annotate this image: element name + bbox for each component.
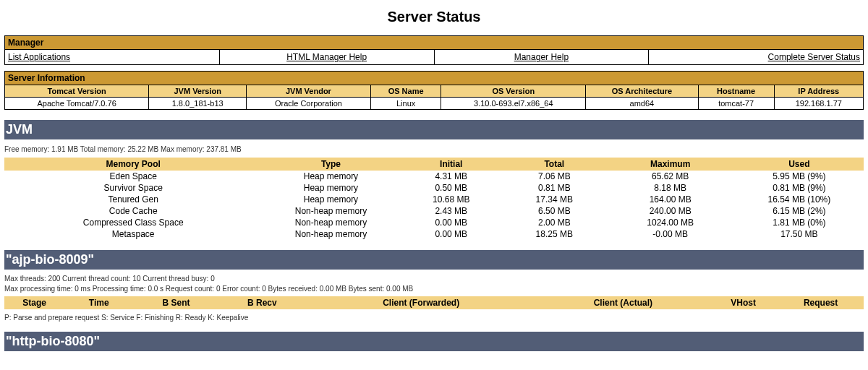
manager-title: Manager [5, 36, 864, 50]
conn-col-request: Request [778, 296, 864, 309]
mem-cell-pool: Tenured Gen [4, 194, 262, 205]
conn-col-vhost: VHost [709, 296, 778, 309]
mem-cell-total: 6.50 MB [503, 205, 606, 217]
col-os-version: OS Version [441, 85, 586, 98]
mem-cell-used: 0.81 MB (9%) [735, 182, 864, 194]
list-applications-link[interactable]: List Applications [8, 52, 70, 62]
mem-cell-pool: Eden Space [4, 171, 262, 182]
mem-cell-max: 240.00 MB [606, 205, 735, 217]
col-os-name: OS Name [370, 85, 441, 98]
conn-col-client-fwd: Client (Forwarded) [305, 296, 537, 309]
mem-cell-max: 65.62 MB [606, 171, 735, 182]
mem-cell-type: Heap memory [262, 182, 399, 194]
mem-cell-pool: Code Cache [4, 205, 262, 217]
mem-cell-initial: 4.31 MB [399, 171, 503, 182]
val-tomcat-version: Apache Tomcat/7.0.76 [5, 98, 149, 110]
mem-cell-total: 2.00 MB [503, 217, 606, 228]
jvm-memory-table: Memory Pool Type Initial Total Maximum U… [4, 158, 864, 240]
mem-row: Code CacheNon-heap memory2.43 MB6.50 MB2… [4, 205, 864, 217]
mem-row: Survivor SpaceHeap memory0.50 MB0.81 MB8… [4, 182, 864, 194]
mem-col-initial: Initial [399, 158, 503, 171]
mem-col-pool: Memory Pool [4, 158, 262, 171]
mem-cell-type: Non-heap memory [262, 205, 399, 217]
mem-cell-used: 6.15 MB (2%) [735, 205, 864, 217]
mem-cell-initial: 10.68 MB [399, 194, 503, 205]
mem-row: Compressed Class SpaceNon-heap memory0.0… [4, 217, 864, 228]
mem-cell-total: 0.81 MB [503, 182, 606, 194]
mem-cell-initial: 0.50 MB [399, 182, 503, 194]
conn-col-client-act: Client (Actual) [537, 296, 710, 309]
mem-cell-pool: Survivor Space [4, 182, 262, 194]
mem-cell-max: 1024.00 MB [606, 217, 735, 228]
mem-cell-used: 1.81 MB (0%) [735, 217, 864, 228]
connector-ajp-table: Stage Time B Sent B Recv Client (Forward… [4, 296, 864, 309]
conn-col-time: Time [64, 296, 133, 309]
mem-cell-pool: Metaspace [4, 228, 262, 240]
col-tomcat-version: Tomcat Version [5, 85, 149, 98]
mem-cell-type: Non-heap memory [262, 228, 399, 240]
mem-row: Eden SpaceHeap memory4.31 MB7.06 MB65.62… [4, 171, 864, 182]
val-jvm-version: 1.8.0_181-b13 [149, 98, 247, 110]
connector-http-title: "http-bio-8080" [4, 332, 864, 351]
mem-cell-used: 16.54 MB (10%) [735, 194, 864, 205]
mem-cell-type: Heap memory [262, 194, 399, 205]
ajp-stats-line1: Max threads: 200 Current thread count: 1… [4, 275, 215, 283]
mem-cell-used: 5.95 MB (9%) [735, 171, 864, 182]
col-jvm-version: JVM Version [149, 85, 247, 98]
mem-col-type: Type [262, 158, 399, 171]
html-manager-help-link[interactable]: HTML Manager Help [286, 52, 367, 62]
mem-cell-max: -0.00 MB [606, 228, 735, 240]
mem-cell-initial: 2.43 MB [399, 205, 503, 217]
jvm-memory-summary: Free memory: 1.91 MB Total memory: 25.22… [4, 145, 864, 153]
mem-cell-total: 7.06 MB [503, 171, 606, 182]
ajp-stats-line2: Max processing time: 0 ms Processing tim… [4, 285, 413, 293]
mem-row: Tenured GenHeap memory10.68 MB17.34 MB16… [4, 194, 864, 205]
mem-cell-total: 18.25 MB [503, 228, 606, 240]
val-jvm-vendor: Oracle Corporation [247, 98, 371, 110]
jvm-section-title: JVM [4, 120, 864, 139]
mem-col-total: Total [503, 158, 606, 171]
server-info-box: Server Information Tomcat Version JVM Ve… [4, 71, 864, 110]
val-os-name: Linux [370, 98, 441, 110]
mem-cell-used: 17.50 MB [735, 228, 864, 240]
connector-legend: P: Parse and prepare request S: Service … [4, 314, 864, 322]
col-hostname: Hostname [698, 85, 774, 98]
col-jvm-vendor: JVM Vendor [247, 85, 371, 98]
mem-cell-pool: Compressed Class Space [4, 217, 262, 228]
val-hostname: tomcat-77 [698, 98, 774, 110]
col-os-arch: OS Architecture [586, 85, 699, 98]
conn-col-brecv: B Recv [219, 296, 305, 309]
mem-col-max: Maximum [606, 158, 735, 171]
complete-server-status-link[interactable]: Complete Server Status [768, 52, 860, 62]
conn-col-bsent: B Sent [133, 296, 219, 309]
page-title: Server Status [4, 9, 864, 25]
server-info-title: Server Information [5, 72, 864, 85]
mem-cell-initial: 0.00 MB [399, 217, 503, 228]
col-ip: IP Address [774, 85, 863, 98]
mem-cell-total: 17.34 MB [503, 194, 606, 205]
mem-cell-initial: 0.00 MB [399, 228, 503, 240]
manager-box: Manager List Applications HTML Manager H… [4, 35, 864, 65]
mem-cell-type: Heap memory [262, 171, 399, 182]
connector-ajp-title: "ajp-bio-8009" [4, 250, 864, 270]
val-os-arch: amd64 [586, 98, 699, 110]
mem-row: MetaspaceNon-heap memory0.00 MB18.25 MB-… [4, 228, 864, 240]
mem-cell-max: 8.18 MB [606, 182, 735, 194]
connector-ajp-stats: Max threads: 200 Current thread count: 1… [4, 274, 864, 293]
mem-col-used: Used [735, 158, 864, 171]
val-ip: 192.168.1.77 [774, 98, 863, 110]
mem-cell-max: 164.00 MB [606, 194, 735, 205]
val-os-version: 3.10.0-693.el7.x86_64 [441, 98, 586, 110]
conn-col-stage: Stage [4, 296, 64, 309]
manager-help-link[interactable]: Manager Help [514, 52, 569, 62]
mem-cell-type: Non-heap memory [262, 217, 399, 228]
